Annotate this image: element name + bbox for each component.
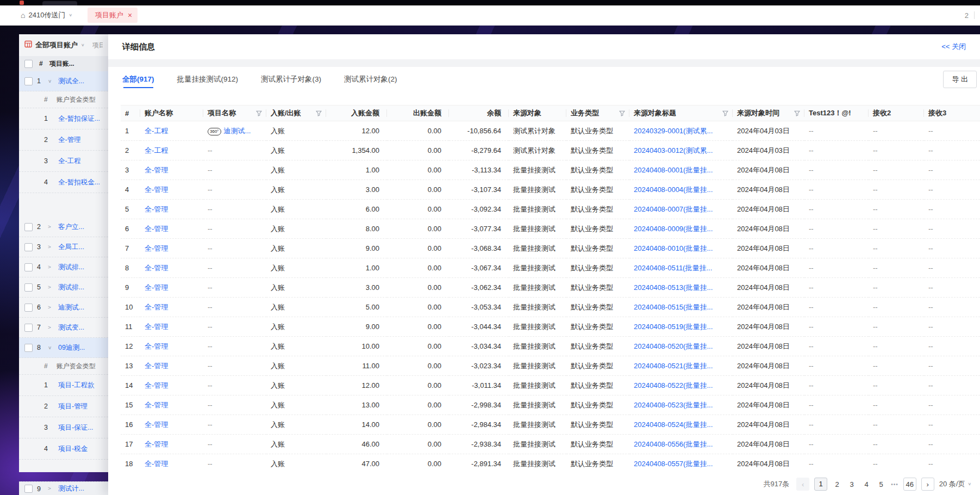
account-group-link[interactable]: 测试全... (58, 77, 84, 86)
checkbox[interactable] (24, 344, 33, 352)
account-link[interactable]: 全-管理 (145, 401, 168, 409)
source-title-link[interactable]: 20240408-0004(批量挂... (634, 185, 713, 194)
detail-tab-4[interactable]: 测试累计对象(2) (344, 67, 397, 92)
fund-type-row[interactable]: 3项目-保证... (19, 417, 108, 438)
checkbox[interactable] (24, 485, 33, 493)
page-2[interactable]: 2 (832, 480, 842, 488)
account-link[interactable]: 全-工程 (145, 127, 168, 135)
account-link[interactable]: 全-工程 (145, 146, 168, 154)
next-page-button[interactable]: › (921, 478, 934, 491)
home-portal-menu[interactable]: ⌂ 2410传送门 ∨ (21, 10, 72, 20)
source-title-link[interactable]: 20240408-0519(批量挂... (634, 323, 713, 331)
account-link[interactable]: 全-管理 (145, 225, 168, 233)
page-46[interactable]: 46 (903, 478, 916, 491)
caret-right-icon[interactable]: > (48, 305, 54, 310)
filter-icon[interactable] (316, 110, 322, 116)
fund-type-link[interactable]: 项目-工程款 (58, 381, 95, 390)
checkbox[interactable] (24, 304, 33, 312)
checkbox[interactable] (24, 283, 33, 292)
close-icon[interactable]: × (128, 11, 132, 19)
checkbox[interactable] (24, 223, 33, 231)
account-link[interactable]: 全-管理 (145, 323, 168, 331)
more-pages-icon[interactable]: ••• (891, 481, 898, 487)
page-size-select[interactable]: 20 条/页 ∨ (939, 479, 971, 489)
tab-project-account[interactable]: 项目账户 × (88, 8, 138, 23)
account-group-link[interactable]: 迪测试... (58, 303, 84, 312)
fund-type-row[interactable]: 3全-工程 (19, 151, 108, 172)
account-link[interactable]: 全-管理 (145, 381, 168, 389)
source-title-link[interactable]: 20240403-0012(测试累... (634, 146, 713, 154)
source-title-link[interactable]: 20240329-0001(测试累... (634, 127, 713, 135)
page-1[interactable]: 1 (814, 478, 827, 491)
sidebar-group-row[interactable]: 5>测试排... (19, 277, 108, 298)
source-title-link[interactable]: 20240408-0557(批量挂... (634, 460, 713, 468)
checkbox[interactable] (24, 263, 33, 271)
sidebar-group-row[interactable]: 6>迪测试... (19, 298, 108, 318)
sidebar-group-row[interactable]: 4>测试排... (19, 257, 108, 277)
project-link[interactable]: 迪测试... (224, 127, 251, 135)
filter-icon[interactable] (619, 110, 625, 116)
caret-right-icon[interactable]: > (48, 284, 54, 289)
fund-type-row[interactable]: 1全-暂扣保证... (19, 108, 108, 129)
checkbox[interactable] (24, 243, 33, 251)
checkbox[interactable] (24, 324, 33, 332)
source-title-link[interactable]: 20240408-0007(批量挂... (634, 205, 713, 213)
sidebar-title[interactable]: 全部项目账户 (35, 40, 78, 50)
fund-type-link[interactable]: 全-管理 (58, 135, 81, 145)
fund-type-row[interactable]: 1项目-工程款 (19, 375, 108, 396)
fund-type-row[interactable]: 2项目-管理 (19, 396, 108, 417)
fund-type-row[interactable]: 4全-暂扣税金... (19, 172, 108, 193)
prev-page-button[interactable]: ‹ (796, 478, 809, 491)
sidebar-group-row[interactable]: 2>客户立... (19, 217, 108, 237)
checkbox[interactable] (24, 77, 33, 85)
source-title-link[interactable]: 20240408-0511(批量挂... (634, 264, 712, 272)
detail-tab-2[interactable]: 批量挂接测试(912) (177, 67, 239, 92)
account-group-link[interactable]: 客户立... (58, 222, 84, 232)
page-5[interactable]: 5 (876, 480, 886, 488)
close-panel-link[interactable]: << 关闭 (941, 42, 966, 52)
account-link[interactable]: 全-管理 (145, 342, 168, 350)
sidebar-group-row[interactable]: 3>全局工... (19, 237, 108, 257)
sidebar-row-9[interactable]: 9 > 测试计... (19, 481, 119, 495)
account-link[interactable]: 全-管理 (145, 303, 168, 311)
account-link[interactable]: 全-管理 (145, 460, 168, 468)
export-button[interactable]: 导 出 (943, 71, 977, 88)
account-link[interactable]: 全-管理 (145, 362, 168, 370)
page-3[interactable]: 3 (847, 480, 857, 488)
account-group-link[interactable]: 测试排... (58, 283, 84, 292)
filter-icon[interactable] (256, 110, 262, 116)
detail-tab-1[interactable]: 全部(917) (122, 67, 154, 92)
source-title-link[interactable]: 20240408-0520(批量挂... (634, 342, 713, 350)
account-link[interactable]: 全-管理 (145, 185, 168, 194)
source-title-link[interactable]: 20240408-0010(批量挂... (634, 244, 713, 252)
account-link[interactable]: 全-管理 (145, 420, 168, 429)
source-title-link[interactable]: 20240408-0524(批量挂... (634, 420, 713, 429)
sidebar-group-row[interactable]: 7>测试变... (19, 318, 108, 338)
account-group-link[interactable]: 09迪测... (58, 343, 85, 352)
account-group-link[interactable]: 测试排... (58, 263, 84, 272)
caret-right-icon[interactable]: > (48, 486, 54, 491)
source-title-link[interactable]: 20240408-0523(批量挂... (634, 401, 713, 409)
account-group-link[interactable]: 全局工... (58, 243, 84, 252)
chevron-down-icon[interactable]: ∨ (81, 43, 85, 47)
account-link[interactable]: 全-管理 (145, 283, 168, 292)
fund-type-row[interactable]: 2全-管理 (19, 129, 108, 151)
caret-down-icon[interactable]: ∨ (48, 78, 54, 83)
sidebar-group-row[interactable]: 8∨09迪测... (19, 338, 108, 358)
fund-type-link[interactable]: 项目-税金 (58, 444, 88, 454)
account-link[interactable]: 全-管理 (145, 205, 168, 213)
source-title-link[interactable]: 20240408-0001(批量挂... (634, 166, 713, 174)
fund-type-link[interactable]: 全-工程 (58, 157, 81, 166)
fund-type-link[interactable]: 项目-保证... (58, 423, 93, 432)
caret-down-icon[interactable]: ∨ (48, 345, 54, 350)
source-title-link[interactable]: 20240408-0522(批量挂... (634, 381, 713, 389)
filter-icon[interactable] (722, 110, 728, 116)
account-group-link[interactable]: 测试计... (58, 484, 84, 493)
fund-type-link[interactable]: 项目-管理 (58, 402, 88, 411)
account-link[interactable]: 全-管理 (145, 244, 168, 252)
fund-type-link[interactable]: 全-暂扣保证... (58, 114, 100, 123)
fund-type-row[interactable]: 4项目-税金 (19, 438, 108, 460)
source-title-link[interactable]: 20240408-0521(批量挂... (634, 362, 713, 370)
page-4[interactable]: 4 (862, 480, 871, 488)
account-link[interactable]: 全-管理 (145, 264, 168, 272)
